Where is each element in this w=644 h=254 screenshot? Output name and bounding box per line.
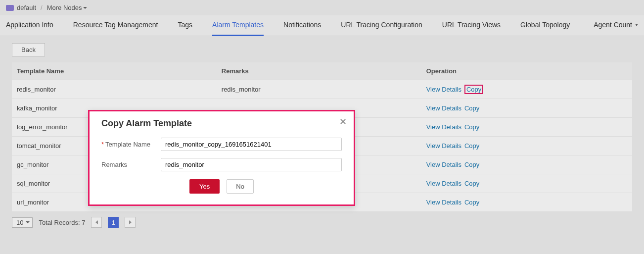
no-button[interactable]: No bbox=[227, 179, 254, 194]
tab-tags[interactable]: Tags bbox=[178, 15, 192, 36]
prev-page-button[interactable] bbox=[91, 217, 102, 228]
close-icon[interactable]: ✕ bbox=[339, 116, 347, 127]
tab-url-tracing-configuration[interactable]: URL Tracing Configuration bbox=[341, 15, 422, 36]
view-details-link[interactable]: View Details bbox=[426, 180, 461, 187]
breadcrumb-more-nodes[interactable]: More Nodes bbox=[47, 4, 88, 11]
copy-link[interactable]: Copy bbox=[464, 161, 479, 168]
view-details-link[interactable]: View Details bbox=[426, 142, 461, 150]
breadcrumb-app[interactable]: default bbox=[17, 4, 36, 11]
chevron-right-icon bbox=[129, 220, 132, 224]
copy-link[interactable]: Copy bbox=[464, 180, 479, 187]
tab-resource-tag-management[interactable]: Resource Tag Management bbox=[73, 15, 158, 36]
tab-bar: Application InfoResource Tag ManagementT… bbox=[0, 15, 644, 36]
view-details-link[interactable]: View Details bbox=[426, 161, 461, 168]
back-button[interactable]: Back bbox=[12, 43, 45, 56]
chevron-down-icon bbox=[635, 24, 638, 26]
cell-operation: View DetailsCopy bbox=[421, 118, 632, 137]
breadcrumb-more-label: More Nodes bbox=[47, 4, 82, 11]
page-size-select[interactable]: 10 bbox=[12, 217, 33, 228]
view-details-link[interactable]: View Details bbox=[426, 104, 461, 112]
app-icon bbox=[6, 5, 14, 11]
template-name-input[interactable] bbox=[161, 138, 342, 151]
yes-button[interactable]: Yes bbox=[189, 179, 220, 194]
tab-notifications[interactable]: Notifications bbox=[283, 15, 321, 36]
chevron-left-icon bbox=[95, 220, 98, 224]
chevron-down-icon bbox=[83, 7, 87, 9]
cell-operation: View DetailsCopy bbox=[421, 193, 632, 212]
cell-operation: View DetailsCopy bbox=[421, 174, 632, 193]
tab-application-info[interactable]: Application Info bbox=[6, 15, 53, 36]
copy-link[interactable]: Copy bbox=[464, 199, 479, 206]
cell-operation: View DetailsCopy bbox=[421, 80, 632, 99]
tab-alarm-templates[interactable]: Alarm Templates bbox=[212, 15, 264, 36]
view-details-link[interactable]: View Details bbox=[426, 123, 461, 131]
label-template-name: Template Name bbox=[101, 141, 156, 148]
cell-template-name: redis_monitor bbox=[12, 80, 217, 99]
page-number-current[interactable]: 1 bbox=[108, 217, 119, 228]
total-records: Total Records: 7 bbox=[39, 219, 85, 226]
col-remarks: Remarks bbox=[217, 62, 421, 80]
tab-url-tracing-views[interactable]: URL Tracing Views bbox=[442, 15, 501, 36]
remarks-input[interactable] bbox=[161, 158, 342, 171]
pagination: 10 Total Records: 7 1 bbox=[12, 217, 632, 228]
cell-operation: View DetailsCopy bbox=[421, 99, 632, 118]
next-page-button[interactable] bbox=[125, 217, 136, 228]
view-details-link[interactable]: View Details bbox=[426, 199, 461, 206]
copy-link[interactable]: Copy bbox=[464, 85, 483, 94]
tab-agent-count[interactable]: Agent Count bbox=[594, 15, 638, 36]
view-details-link[interactable]: View Details bbox=[426, 86, 461, 93]
cell-operation: View DetailsCopy bbox=[421, 137, 632, 155]
cell-remarks: redis_monitor bbox=[217, 80, 421, 99]
breadcrumb-separator: / bbox=[41, 4, 43, 11]
copy-alarm-template-modal: ✕ Copy Alarm Template Template Name Rema… bbox=[88, 110, 355, 206]
copy-link[interactable]: Copy bbox=[464, 142, 479, 150]
copy-link[interactable]: Copy bbox=[464, 123, 479, 131]
modal-title: Copy Alarm Template bbox=[101, 118, 342, 129]
col-template-name: Template Name bbox=[12, 62, 217, 80]
tab-global-topology[interactable]: Global Topology bbox=[520, 15, 570, 36]
copy-link[interactable]: Copy bbox=[464, 104, 479, 112]
cell-operation: View DetailsCopy bbox=[421, 155, 632, 174]
col-operation: Operation bbox=[421, 62, 632, 80]
label-remarks: Remarks bbox=[101, 161, 156, 168]
breadcrumb: default / More Nodes bbox=[0, 0, 644, 15]
table-row: redis_monitorredis_monitorView DetailsCo… bbox=[12, 80, 632, 99]
